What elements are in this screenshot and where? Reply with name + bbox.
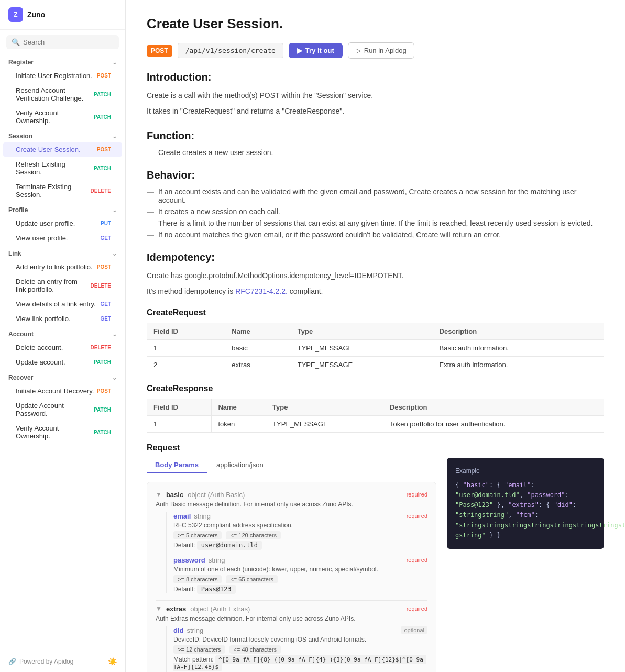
- method-badge: GET: [97, 301, 114, 307]
- sidebar-item-label: Refresh Existing Session.: [16, 160, 91, 176]
- table-cell: extras: [225, 356, 291, 373]
- sidebar-section-recover[interactable]: Recover⌄: [0, 370, 125, 383]
- sidebar-item-label: View link portfolio.: [16, 315, 71, 323]
- section-label: Profile: [8, 206, 28, 214]
- table-cell: Basic auth information.: [433, 339, 604, 356]
- email-min: >= 5 characters: [173, 531, 222, 539]
- password-header: password string required: [173, 556, 427, 564]
- try-it-out-button[interactable]: ▶ Try it out: [289, 43, 343, 58]
- sidebar-item-label: View user profile.: [16, 234, 68, 242]
- sidebar-item-initiate-account-recovery-[interactable]: Initiate Account Recovery.POST: [3, 384, 122, 398]
- idempotency-prefix: It's method idempotency is: [147, 287, 235, 295]
- param-group-basic: ▼ basic object (Auth Basic) required Aut…: [156, 491, 427, 593]
- try-it-out-label: Try it out: [305, 47, 334, 54]
- password-type: string: [209, 556, 225, 564]
- method-badge: DELETE: [88, 344, 114, 351]
- table-cell: 1: [147, 415, 212, 432]
- basic-required: required: [407, 491, 427, 498]
- powered-by-label: Powered by Apidog: [19, 658, 73, 665]
- sidebar-item-update-user-profile-[interactable]: Update user profile.PUT: [3, 216, 122, 230]
- sidebar-item-update-account-password-[interactable]: Update Account Password.PATCH: [3, 399, 122, 421]
- sidebar-item-resend-account-verification-challenge-[interactable]: Resend Account Verification Challenge.PA…: [3, 83, 122, 105]
- sidebar-item-update-account-[interactable]: Update account.PATCH: [3, 355, 122, 369]
- email-header: email string required: [173, 512, 427, 520]
- method-badge: PATCH: [91, 359, 114, 366]
- sidebar-item-label: Create User Session.: [16, 146, 81, 153]
- chevron-down-icon: ⌄: [112, 374, 117, 381]
- extras-desc: Auth Extras message definition. For inte…: [156, 615, 427, 622]
- theme-toggle-icon[interactable]: ☀️: [108, 657, 117, 666]
- endpoint-url: /api/v1/session/create: [178, 43, 283, 58]
- basic-type: object (Auth Basic): [188, 491, 245, 499]
- table-cell: 1: [147, 339, 225, 356]
- idempotency-text2: It's method idempotency is RFC7231-4.2.2…: [147, 285, 604, 297]
- section-label: Recover: [8, 374, 33, 381]
- did-name: did: [173, 626, 184, 634]
- param-group-basic-header: ▼ basic object (Auth Basic) required: [156, 491, 427, 499]
- run-apidog-label: Run in Apidog: [364, 47, 407, 54]
- chevron-down-icon: ⌄: [112, 133, 117, 140]
- create-request-heading: CreateRequest: [147, 308, 604, 317]
- sidebar-item-verify-account-ownership-[interactable]: Verify Account Ownership.PATCH: [3, 106, 122, 128]
- email-type: string: [194, 512, 211, 520]
- powered-by: 🔗 Powered by Apidog: [8, 658, 73, 665]
- sidebar-section-account[interactable]: Account⌄: [0, 326, 125, 340]
- intro-text1: Create is a call with the method(s) POST…: [147, 90, 604, 101]
- idempotency-text1: Create has google.protobuf.MethodOptions…: [147, 270, 604, 281]
- sidebar-section-register[interactable]: Register⌄: [0, 54, 125, 68]
- request-body: ▼ basic object (Auth Basic) required Aut…: [147, 482, 436, 672]
- method-badge: GET: [97, 235, 114, 241]
- apidog-icon: 🔗: [8, 658, 16, 665]
- function-heading: Function:: [147, 130, 604, 142]
- sidebar-item-view-link-portfolio-[interactable]: View link portfolio.GET: [3, 312, 122, 326]
- sidebar-item-view-user-profile-[interactable]: View user profile.GET: [3, 231, 122, 245]
- rfc-link[interactable]: RFC7231-4.2.2.: [235, 287, 288, 295]
- function-item: Create creates a new user session.: [147, 148, 604, 157]
- request-with-example: Body Params application/json ▼ basic obj…: [147, 458, 604, 672]
- sidebar-section-link[interactable]: Link⌄: [0, 246, 125, 259]
- run-apidog-button[interactable]: ▷ Run in Apidog: [348, 42, 414, 59]
- sidebar-item-create-user-session-[interactable]: Create User Session.POST: [3, 142, 122, 157]
- table-cell: TYPE_MESSAGE: [291, 356, 433, 373]
- did-min: >= 12 characters: [173, 645, 225, 654]
- tab-application-json[interactable]: application/json: [208, 458, 272, 473]
- field-did: did string optional DeviceID: DeviceID f…: [173, 626, 427, 670]
- method-badge: PATCH: [91, 429, 114, 436]
- sidebar-item-label: Resend Account Verification Challenge.: [16, 86, 91, 102]
- page-title: Create User Session.: [147, 16, 604, 32]
- method-badge: POST: [147, 45, 172, 57]
- sidebar-item-delete-account-[interactable]: Delete account.DELETE: [3, 340, 122, 355]
- sidebar-item-refresh-existing-session-[interactable]: Refresh Existing Session.PATCH: [3, 157, 122, 179]
- sidebar-item-initiate-user-registration-[interactable]: Initiate User Registration.POST: [3, 69, 122, 83]
- password-max: <= 65 characters: [226, 575, 278, 583]
- table-row: 1tokenTYPE_MESSAGEToken portfolio for us…: [147, 415, 604, 432]
- password-default-row: Default: Pass@123: [173, 586, 427, 593]
- function-text: Create creates a new user session.: [158, 148, 273, 157]
- table-cell: Extra auth information.: [433, 356, 604, 373]
- basic-toggle[interactable]: ▼: [156, 491, 162, 498]
- extras-toggle[interactable]: ▼: [156, 605, 162, 612]
- sidebar-item-view-details-of-a-link-entry-[interactable]: View details of a link entry.GET: [3, 297, 122, 311]
- method-badge: POST: [94, 146, 114, 153]
- sidebar-item-terminate-existing-session-[interactable]: Terminate Existing Session.DELETE: [3, 180, 122, 202]
- sidebar-item-label: Initiate User Registration.: [16, 72, 92, 80]
- did-type: string: [187, 626, 204, 634]
- extras-name: extras: [166, 605, 186, 613]
- sidebar-section-profile[interactable]: Profile⌄: [0, 202, 125, 216]
- table-header: Type: [266, 399, 383, 415]
- basic-desc: Auth Basic message definition. For inter…: [156, 501, 427, 508]
- tab-body-params[interactable]: Body Params: [147, 458, 207, 473]
- sidebar-section-session[interactable]: Session⌄: [0, 128, 125, 142]
- behavior-list: If an account exists and can be validate…: [147, 188, 604, 239]
- method-badge: PATCH: [91, 91, 114, 98]
- sidebar-item-add-entry-to-link-portfolio-[interactable]: Add entry to link portfolio.POST: [3, 260, 122, 274]
- search-input[interactable]: [23, 38, 114, 46]
- section-label: Account: [8, 331, 34, 338]
- sidebar-item-label: Delete an entry from link portfolio.: [16, 278, 88, 293]
- search-container[interactable]: 🔍: [6, 35, 119, 49]
- table-header: Description: [433, 323, 604, 339]
- sidebar: Z Zuno 🔍 Register⌄Initiate User Registra…: [0, 0, 126, 672]
- email-required: required: [407, 513, 427, 519]
- sidebar-item-verify-account-ownership-[interactable]: Verify Account Ownership.PATCH: [3, 421, 122, 443]
- sidebar-item-delete-an-entry-from-link-portfolio-[interactable]: Delete an entry from link portfolio.DELE…: [3, 274, 122, 296]
